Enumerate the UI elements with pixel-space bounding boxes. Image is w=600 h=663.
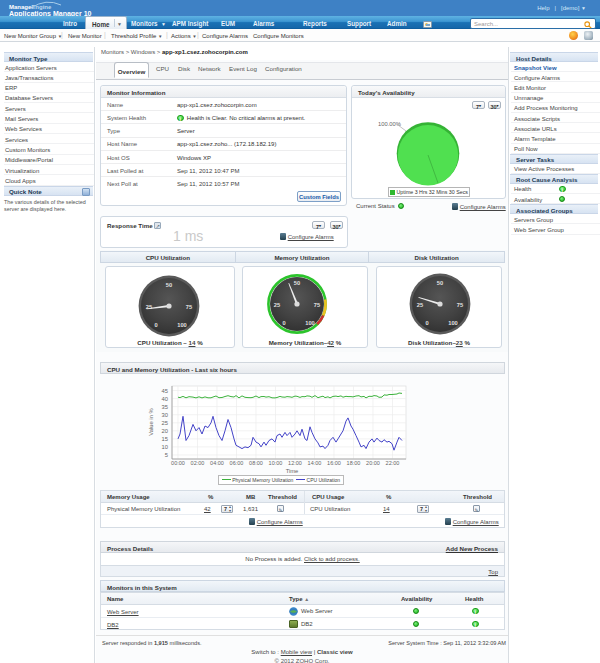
svg-text:18:00: 18:00 xyxy=(347,460,361,466)
svg-text:50: 50 xyxy=(294,280,300,286)
svg-text:75: 75 xyxy=(186,304,192,310)
svg-text:02:00: 02:00 xyxy=(191,460,205,466)
svg-text:10:00: 10:00 xyxy=(269,460,283,466)
svg-text:25: 25 xyxy=(162,420,168,426)
svg-text:5: 5 xyxy=(165,452,168,458)
svg-text:100: 100 xyxy=(448,320,458,326)
svg-text:20: 20 xyxy=(162,428,168,434)
svg-text:22:00: 22:00 xyxy=(386,460,400,466)
svg-text:25: 25 xyxy=(274,302,280,308)
svg-text:75: 75 xyxy=(314,302,320,308)
svg-text:50: 50 xyxy=(166,282,172,288)
svg-text:35: 35 xyxy=(162,404,168,410)
svg-text:00:00: 00:00 xyxy=(171,460,185,466)
svg-text:0: 0 xyxy=(154,322,157,328)
svg-text:40: 40 xyxy=(162,396,168,402)
svg-text:45: 45 xyxy=(162,388,168,394)
svg-text:30: 30 xyxy=(162,412,168,418)
svg-text:Time: Time xyxy=(286,468,299,474)
svg-text:25: 25 xyxy=(417,302,423,308)
svg-text:0: 0 xyxy=(425,320,428,326)
svg-text:100: 100 xyxy=(305,320,315,326)
svg-text:04:00: 04:00 xyxy=(210,460,224,466)
svg-text:0: 0 xyxy=(282,320,285,326)
svg-text:06:00: 06:00 xyxy=(230,460,244,466)
svg-text:75: 75 xyxy=(457,302,463,308)
svg-text:20:00: 20:00 xyxy=(366,460,380,466)
svg-text:14:00: 14:00 xyxy=(308,460,322,466)
svg-text:Value in %: Value in % xyxy=(148,408,154,435)
svg-text:50: 50 xyxy=(437,280,443,286)
svg-text:10: 10 xyxy=(162,444,168,450)
svg-text:16:00: 16:00 xyxy=(327,460,341,466)
svg-text:100.00%: 100.00% xyxy=(378,121,401,127)
svg-text:15: 15 xyxy=(162,436,168,442)
svg-text:100: 100 xyxy=(177,322,187,328)
svg-text:12:00: 12:00 xyxy=(288,460,302,466)
svg-text:08:00: 08:00 xyxy=(249,460,263,466)
